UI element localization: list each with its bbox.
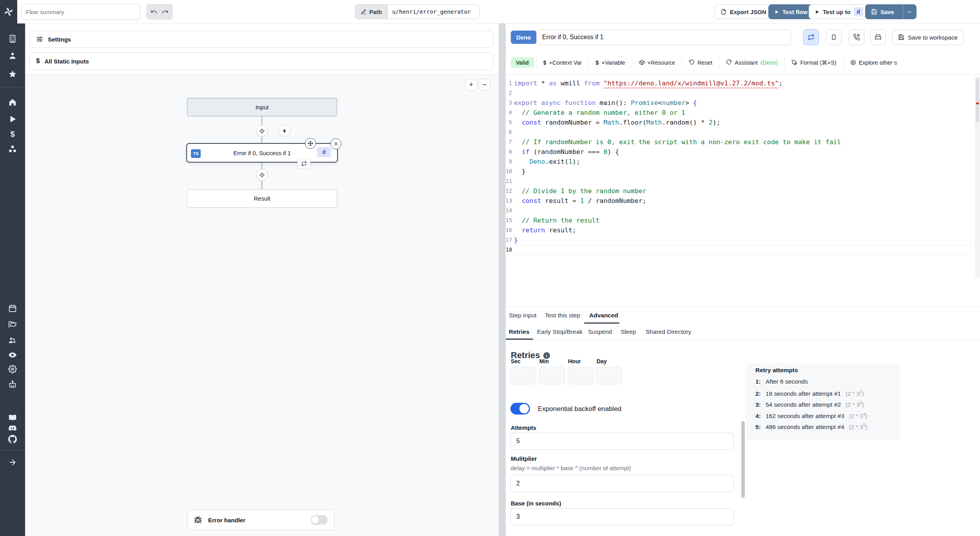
insert-step-button[interactable] [256, 169, 268, 181]
tab-step-input[interactable]: Step Input [509, 307, 537, 324]
all-static-inputs-label: All Static Inputs [44, 58, 89, 65]
move-step-button[interactable] [305, 138, 316, 149]
subtab-early-stop[interactable]: Early Stop/Break [537, 324, 583, 340]
windmill-logo-icon[interactable] [0, 0, 17, 24]
save-label: Save [880, 9, 894, 15]
variables-dollar-icon[interactable]: $ [0, 130, 25, 138]
code-line: 14 [506, 206, 975, 215]
favorites-star-icon[interactable] [0, 70, 25, 78]
zoom-in-button[interactable]: + [465, 79, 477, 91]
test-up-to-button[interactable]: Test up to d [809, 4, 869, 19]
explore-scripts-button[interactable]: Explore other s [843, 56, 904, 69]
save-dropdown-button[interactable] [903, 5, 916, 19]
subtab-retries[interactable]: Retries [509, 324, 530, 340]
subtab-shared-directory[interactable]: Shared Directory [646, 324, 691, 340]
workers-robot-icon[interactable] [0, 380, 25, 389]
retries-scroll-thumb[interactable] [741, 421, 745, 498]
retry-attempt-row: 2:18 seconds after attempt #1(2 * 32) [755, 389, 864, 398]
delete-step-button[interactable] [330, 138, 341, 149]
editor-scrollbar[interactable] [975, 77, 980, 277]
input-node[interactable]: Input [187, 98, 337, 116]
resources-cubes-icon[interactable] [0, 145, 25, 154]
github-icon[interactable] [0, 435, 25, 444]
result-node[interactable]: Result [187, 189, 337, 208]
play-icon [774, 9, 779, 14]
folders-icon[interactable] [0, 321, 25, 329]
tab-advanced[interactable]: Advanced [589, 307, 618, 324]
save-icon [898, 34, 904, 40]
export-json-button[interactable]: Export JSON [715, 4, 772, 19]
error-handler-toggle[interactable] [310, 515, 328, 525]
info-icon[interactable]: i [543, 352, 550, 359]
min-input[interactable] [539, 367, 565, 384]
schedules-calendar-icon[interactable] [0, 304, 25, 313]
left-rail: $ [0, 24, 25, 536]
tab-test-this-step[interactable]: Test this step [545, 307, 580, 324]
label-min: Min [539, 359, 568, 364]
code-line: 12 // Divide 1 by the random number [506, 186, 975, 196]
editor-scroll-thumb[interactable] [976, 78, 979, 122]
refresh-icon [726, 60, 732, 65]
insert-step-button[interactable] [256, 125, 268, 137]
save-button[interactable]: Save [866, 5, 900, 19]
hour-input[interactable] [568, 367, 593, 384]
redo-icon[interactable] [162, 9, 169, 15]
step-title-input[interactable] [536, 29, 791, 45]
sleep-shortcut-button[interactable] [870, 29, 886, 45]
settings-gear-icon[interactable] [0, 365, 25, 373]
runs-play-icon[interactable] [0, 115, 25, 123]
add-variable-button[interactable]: $+Variable [588, 56, 632, 69]
flow-settings-bar[interactable]: Settings [29, 31, 493, 48]
user-icon[interactable] [0, 51, 25, 60]
subtab-suspend[interactable]: Suspend [588, 324, 612, 340]
multiplier-help-text: delay = multiplier * base ^ (number of a… [511, 465, 631, 471]
pen-icon [791, 60, 797, 65]
zoom-out-button[interactable]: − [479, 79, 490, 91]
retry-attempt-row: 1:After 6 seconds [755, 378, 808, 387]
retries-shortcut-button[interactable] [803, 29, 819, 45]
save-split-button: Save [865, 4, 916, 19]
early-stop-shortcut-button[interactable] [826, 29, 842, 45]
test-flow-button[interactable]: Test flow [768, 4, 813, 19]
flow-summary-input[interactable] [21, 4, 140, 20]
undo-icon[interactable] [151, 9, 157, 15]
multiplier-input[interactable] [510, 475, 734, 492]
add-resource-button[interactable]: +Resource [632, 56, 682, 69]
assistant-button[interactable]: Assistant(Deno) [719, 56, 784, 69]
reset-button[interactable]: Reset [682, 56, 719, 69]
trigger-bolt-button[interactable] [279, 125, 290, 137]
explore-target-icon [850, 60, 856, 65]
discord-icon[interactable] [0, 424, 25, 433]
day-input[interactable] [596, 367, 622, 384]
windmill-flow-editor: Path u/henri/error_generator Export JSON… [0, 0, 980, 536]
exponential-backoff-toggle[interactable] [510, 403, 530, 415]
sec-input[interactable] [510, 367, 536, 384]
attempts-input[interactable] [510, 433, 734, 450]
format-button[interactable]: Format (⌘+S) [784, 56, 843, 69]
docs-book-icon[interactable] [0, 413, 25, 422]
save-to-workspace-label: Save to workspace [908, 34, 958, 41]
path-input[interactable]: u/henri/error_generator [387, 4, 480, 19]
square-icon [830, 34, 837, 41]
audit-eye-icon[interactable] [0, 351, 25, 359]
error-handler-bar[interactable]: Error handler [187, 510, 334, 530]
edge-line [261, 163, 262, 169]
export-json-label: Export JSON [730, 9, 766, 15]
add-context-var-button[interactable]: $+Context Var [536, 56, 589, 69]
expand-arrow-right-icon[interactable] [0, 458, 25, 467]
home-icon[interactable] [0, 98, 25, 107]
groups-users-gear-icon[interactable] [0, 336, 25, 345]
code-line: 4 // Generate a random number, either 0 … [506, 108, 975, 118]
step-editor-panel: Deno Save to workspace Valid $+Context V… [506, 24, 980, 536]
suspend-shortcut-button[interactable] [849, 29, 864, 45]
path-label-chip[interactable]: Path [355, 4, 387, 19]
base-input[interactable] [510, 508, 734, 525]
subtab-sleep[interactable]: Sleep [621, 324, 636, 340]
panel-splitter[interactable] [499, 24, 506, 536]
workspace-building-icon[interactable] [0, 34, 25, 43]
all-static-inputs-bar[interactable]: $ All Static Inputs [29, 53, 493, 70]
retry-indicator-button[interactable] [297, 158, 310, 169]
edge-line [261, 181, 262, 189]
save-to-workspace-button[interactable]: Save to workspace [892, 29, 964, 45]
code-editor[interactable]: 1import * as wmill from "https://deno.la… [506, 78, 975, 255]
